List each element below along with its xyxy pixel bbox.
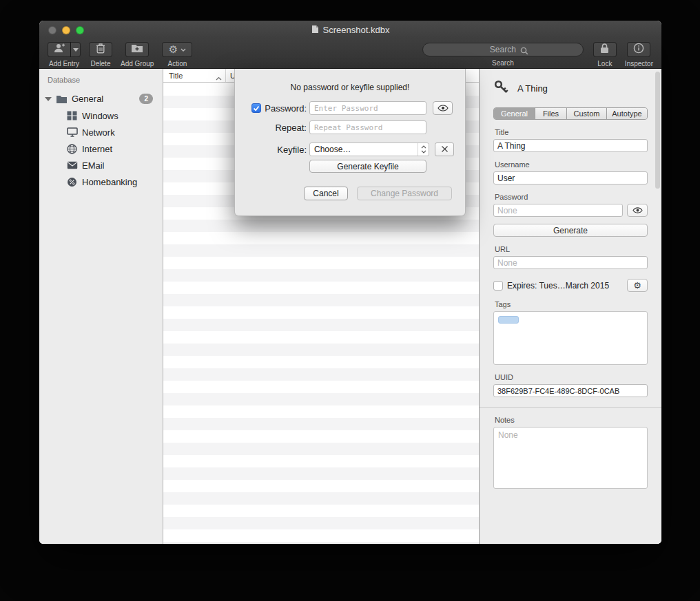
- action-button[interactable]: ⚙: [162, 42, 192, 57]
- title-label: Title: [495, 128, 648, 136]
- close-button[interactable]: [48, 26, 56, 34]
- sidebar-item-label: EMail: [82, 160, 105, 171]
- reveal-password-button[interactable]: [627, 204, 648, 217]
- password-label: Password: [495, 193, 648, 201]
- expires-settings-button[interactable]: ⚙: [627, 279, 648, 292]
- keyfile-dropdown[interactable]: Choose…: [309, 143, 429, 156]
- divider: [480, 407, 661, 408]
- document-icon: [311, 25, 319, 36]
- sidebar-item-label: Network: [82, 127, 115, 138]
- tag-token[interactable]: [498, 316, 519, 324]
- window-title: Screenshot.kdbx: [323, 25, 390, 35]
- stepper-arrows-icon: [418, 143, 429, 156]
- tab-custom[interactable]: Custom: [567, 108, 607, 119]
- column-header-title[interactable]: Title: [163, 69, 226, 82]
- app-window: Screenshot.kdbx Add Entry: [39, 21, 661, 544]
- add-group-button[interactable]: [125, 42, 149, 57]
- password-field[interactable]: [493, 204, 623, 217]
- gear-icon: ⚙: [169, 45, 178, 55]
- username-field[interactable]: [493, 171, 648, 184]
- entry-title: A Thing: [517, 83, 548, 94]
- lock-button[interactable]: [593, 42, 617, 57]
- keyfile-label: Keyfile:: [277, 145, 307, 155]
- sort-ascending-icon: [216, 74, 222, 82]
- cancel-button[interactable]: Cancel: [304, 187, 348, 200]
- generate-keyfile-button[interactable]: Generate Keyfile: [309, 160, 426, 173]
- expires-checkbox[interactable]: [493, 281, 503, 291]
- toolbar: Add Entry Delete Add Group: [39, 39, 661, 69]
- keyfile-selected-value: Choose…: [310, 145, 418, 154]
- delete-toolbar-item: Delete: [89, 42, 112, 67]
- minimize-button[interactable]: [62, 26, 70, 34]
- tags-label: Tags: [495, 300, 648, 308]
- windows-icon: [65, 111, 79, 120]
- sidebar-item-label: Homebanking: [82, 177, 137, 187]
- sidebar-item-homebanking[interactable]: Homebanking: [39, 173, 163, 190]
- lock-label: Lock: [597, 60, 612, 67]
- globe-icon: [65, 144, 79, 154]
- notes-field[interactable]: None: [493, 427, 648, 489]
- lock-icon: [600, 43, 609, 56]
- sidebar-group-general[interactable]: General 2: [39, 90, 163, 107]
- sidebar-item-internet[interactable]: Internet: [39, 140, 163, 157]
- disclosure-triangle-icon[interactable]: [45, 97, 52, 101]
- person-plus-icon: [53, 43, 65, 56]
- add-entry-menu-button[interactable]: [70, 42, 81, 57]
- expires-label: Expires: Tues…March 2015: [507, 281, 609, 291]
- folder-plus-icon: [131, 43, 143, 56]
- uuid-field[interactable]: [493, 384, 648, 397]
- tab-general[interactable]: General: [494, 108, 535, 119]
- username-label: Username: [495, 160, 648, 169]
- inspector-scrollbar[interactable]: [655, 72, 660, 541]
- repeat-password-field[interactable]: [309, 120, 426, 134]
- sidebar-item-email[interactable]: EMail: [39, 157, 163, 173]
- add-group-label: Add Group: [121, 60, 154, 67]
- delete-button[interactable]: [89, 42, 112, 57]
- sidebar-group-label: General: [72, 94, 103, 104]
- tab-autotype[interactable]: Autotype: [607, 108, 647, 119]
- dialog-message: No password or keyfile supplied!: [235, 83, 465, 92]
- sidebar-item-windows[interactable]: Windows: [39, 107, 163, 124]
- repeat-label: Repeat:: [275, 123, 307, 133]
- clear-keyfile-button[interactable]: [435, 143, 454, 156]
- notes-placeholder: None: [498, 430, 518, 440]
- percent-coin-icon: [65, 177, 79, 187]
- folder-icon: [55, 94, 68, 103]
- inspector-button[interactable]: [627, 42, 650, 57]
- scrollbar-thumb[interactable]: [655, 72, 660, 189]
- network-icon: [65, 127, 79, 137]
- entry-count-badge: 2: [139, 94, 153, 104]
- eye-icon: [632, 207, 643, 215]
- add-entry-button[interactable]: [48, 42, 71, 57]
- sidebar-item-network[interactable]: Network: [39, 124, 163, 140]
- info-icon: [633, 43, 644, 56]
- close-x-icon: [441, 145, 449, 155]
- password-checkbox[interactable]: [251, 103, 261, 113]
- titlebar: Screenshot.kdbx: [39, 21, 661, 39]
- action-toolbar-item: ⚙ Action: [162, 42, 192, 67]
- inspector-label: Inspector: [625, 60, 653, 67]
- traffic-lights: [48, 26, 84, 34]
- reveal-password-button[interactable]: [433, 101, 453, 115]
- url-field[interactable]: [493, 256, 648, 269]
- url-label: URL: [495, 245, 648, 253]
- sidebar-section-header: Database: [39, 76, 163, 84]
- add-entry-label: Add Entry: [49, 60, 79, 67]
- search-toolbar-item: Search: [422, 42, 584, 67]
- check-icon: [253, 105, 260, 112]
- zoom-button[interactable]: [76, 26, 84, 34]
- tab-files[interactable]: Files: [535, 108, 567, 119]
- search-caption: Search: [492, 59, 514, 67]
- add-group-toolbar-item: Add Group: [121, 42, 154, 67]
- generate-password-button[interactable]: Generate: [493, 224, 648, 237]
- tags-field[interactable]: [493, 311, 648, 365]
- change-password-button[interactable]: Change Password: [357, 187, 452, 200]
- title-field[interactable]: [493, 139, 648, 152]
- inspector-panel: A Thing General Files Custom Autotype Ti…: [479, 69, 661, 544]
- enter-password-field[interactable]: [309, 101, 426, 115]
- inspector-tabs: General Files Custom Autotype: [493, 107, 648, 120]
- search-input[interactable]: [422, 43, 584, 56]
- chevron-down-icon: [73, 48, 79, 52]
- inspector-toolbar-item: Inspector: [625, 42, 653, 67]
- key-icon: [493, 79, 510, 97]
